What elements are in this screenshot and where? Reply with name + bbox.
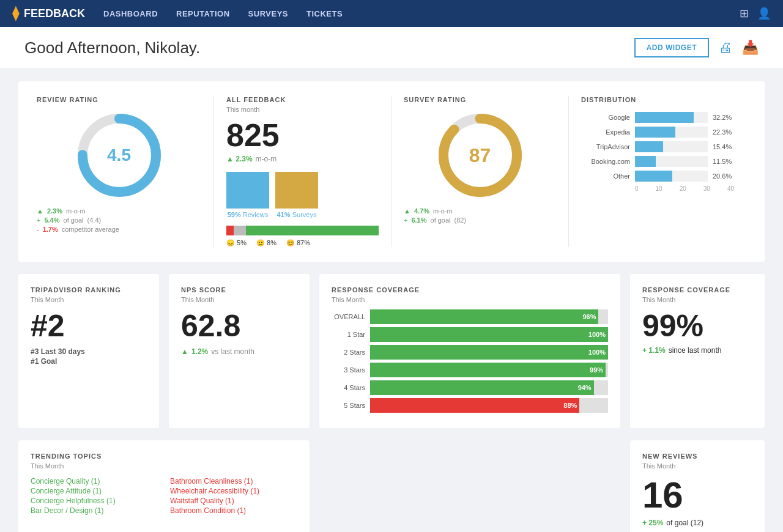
sent-neu-label: 😐 8% (256, 239, 276, 247)
sentiment-pos (246, 226, 379, 235)
nav-right: ⊞ 👤 (740, 7, 771, 20)
nav-dashboard[interactable]: DASHBOARD (103, 6, 158, 21)
review-goal-val: (4.4) (87, 216, 102, 224)
feedback-bars: 59% Reviews 41% Surveys (226, 172, 379, 218)
review-rating-section: REVIEW RATING 4.5 ▲ 2.3% m-o-m + 5.4% of (37, 96, 214, 247)
new-reviews-change: + 25% of goal (12) (642, 519, 752, 527)
feedback-change-label: m-o-m (256, 155, 277, 163)
dist-row-google: Google 32.2% (581, 112, 734, 123)
dist-row-expedia: Expedia 22.3% (581, 127, 734, 138)
dist-row-tripadvisor: TripAdvisor 15.4% (581, 141, 734, 152)
surveys-bar-item: 41% Surveys (275, 172, 318, 218)
cov-label-2stars: 2 Stars (332, 349, 365, 356)
survey-goal-sign: + (404, 216, 407, 224)
surveys-bar (275, 172, 318, 209)
reviews-bar (226, 172, 269, 209)
review-mom-arrow: ▲ (37, 207, 43, 215)
tripadvisor-widget: TRIPADVISOR RANKING This Month #2 #3 Las… (18, 274, 159, 428)
new-reviews-subtitle: This Month (642, 462, 752, 470)
cov-label-overall: OVERALL (332, 313, 365, 320)
bottom-row-2: TRENDING TOPICS This Month Concierge Qua… (18, 440, 765, 532)
survey-goal-pct: 6.1% (411, 216, 426, 224)
distribution-chart: Google 32.2% Expedia 22.3% TripAdvisor (581, 112, 734, 192)
greeting: Good Afternoon, Nikolay. (24, 39, 200, 57)
review-comp-label: competitor average (62, 226, 119, 233)
trending-subtitle: This Month (31, 462, 297, 470)
tripadvisor-subtitle: This Month (31, 296, 147, 303)
logo-icon: ⧫ (12, 6, 19, 21)
trending-green-col: Concierge Quality (1) Concierge Attitude… (31, 476, 158, 516)
nav-links: DASHBOARD REPUTATION SURVEYS TICKETS (103, 6, 740, 21)
trend-red-4: Bathroom Condition (1) (170, 506, 297, 515)
cov-bar-wrap-5stars: 88% (370, 398, 608, 413)
inbox-icon[interactable]: 📥 (742, 40, 759, 56)
distribution-title: DISTRIBUTION (581, 96, 734, 103)
cov-row-3stars: 3 Stars 99% (332, 363, 608, 377)
dist-bar-tripadvisor (635, 141, 663, 152)
sentiment-neu (234, 226, 246, 235)
coverage-pct-change: + 1.1% since last month (642, 346, 752, 355)
dist-bar-wrap-google (635, 112, 708, 123)
dist-bar-expedia (635, 127, 675, 138)
bottom-row-1: TRIPADVISOR RANKING This Month #2 #3 Las… (18, 274, 765, 428)
all-feedback-section: ALL FEEDBACK This month 825 ▲ 2.3% m-o-m… (214, 96, 392, 247)
sent-pos-label: 😊 87% (286, 239, 310, 247)
header-actions: ADD WIDGET 🖨 📥 (634, 38, 759, 57)
top-widget: REVIEW RATING 4.5 ▲ 2.3% m-o-m + 5.4% of (18, 81, 765, 262)
cov-bar-1star: 100% (370, 327, 608, 342)
reviews-bar-label: 59% Reviews (228, 211, 269, 218)
nps-subtitle: This Month (181, 296, 297, 303)
tripadvisor-goal: #1 Goal (31, 357, 147, 366)
all-feedback-subtitle: This month (226, 106, 379, 113)
dist-bar-google (635, 112, 694, 123)
coverage-pct-subtitle: This Month (642, 296, 752, 303)
tripadvisor-last30: #3 Last 30 days (31, 347, 147, 356)
grid-icon[interactable]: ⊞ (740, 7, 749, 20)
review-goal-sign: + (37, 216, 40, 224)
review-mom-pct: 2.3% (47, 207, 62, 215)
new-reviews-widget: NEW REVIEWS This Month 16 + 25% of goal … (630, 440, 765, 532)
trend-red-3: Waitstaff Quality (1) (170, 497, 297, 505)
nav-surveys[interactable]: SURVEYS (248, 6, 288, 21)
cov-row-2stars: 2 Stars 100% (332, 345, 608, 360)
new-reviews-count: 16 (642, 477, 752, 514)
trending-widget: TRENDING TOPICS This Month Concierge Qua… (18, 440, 310, 532)
survey-goal-row: + 6.1% of goal (82) (404, 216, 556, 224)
dist-row-other: Other 20.6% (581, 171, 734, 182)
add-widget-button[interactable]: ADD WIDGET (634, 38, 709, 57)
dist-bar-wrap-other (635, 171, 708, 182)
feedback-total: 825 (226, 119, 379, 151)
nps-change-arrow: ▲ (181, 347, 188, 356)
tripadvisor-sub: #3 Last 30 days #1 Goal (31, 347, 147, 366)
trend-red-1: Bathroom Cleanliness (1) (170, 477, 297, 486)
navbar: ⧫ FEEDBACK DASHBOARD REPUTATION SURVEYS … (0, 0, 783, 27)
cov-bar-2stars: 100% (370, 345, 608, 360)
dist-row-booking: Booking.com 11.5% (581, 156, 734, 167)
cov-bar-overall: 96% (370, 309, 598, 324)
nps-widget: NPS SCORE This Month 62.8 ▲ 1.2% vs last… (169, 274, 310, 428)
cov-val-3stars: 99% (590, 366, 603, 374)
feedback-change: ▲ 2.3% m-o-m (226, 155, 379, 163)
dist-axis: 010203040 (581, 185, 734, 192)
review-rating-donut: 4.5 (37, 109, 201, 201)
print-icon[interactable]: 🖨 (719, 40, 732, 56)
nav-tickets[interactable]: TICKETS (306, 6, 343, 21)
dist-label-expedia: Expedia (581, 128, 630, 136)
cov-bar-5stars: 88% (370, 398, 579, 413)
dist-val-google: 32.2% (713, 114, 734, 121)
dist-val-tripadvisor: 15.4% (713, 143, 734, 150)
survey-rating-donut: 87 (404, 109, 556, 201)
review-comp-pct: 1.7% (43, 226, 58, 233)
trending-title: TRENDING TOPICS (31, 453, 297, 460)
cov-row-1star: 1 Star 100% (332, 327, 608, 342)
survey-goal-label: of goal (431, 216, 451, 224)
cov-bar-wrap-1star: 100% (370, 327, 608, 342)
cov-row-overall: OVERALL 96% (332, 309, 608, 324)
brand[interactable]: ⧫ FEEDBACK (12, 6, 85, 21)
trend-red-2: Wheelchair Accessibility (1) (170, 487, 297, 495)
review-mom-label: m-o-m (66, 207, 86, 215)
nav-reputation[interactable]: REPUTATION (176, 6, 230, 21)
trending-red-col: Bathroom Cleanliness (1) Wheelchair Acce… (170, 476, 297, 516)
dist-label-other: Other (581, 172, 630, 180)
user-icon[interactable]: 👤 (757, 7, 771, 20)
